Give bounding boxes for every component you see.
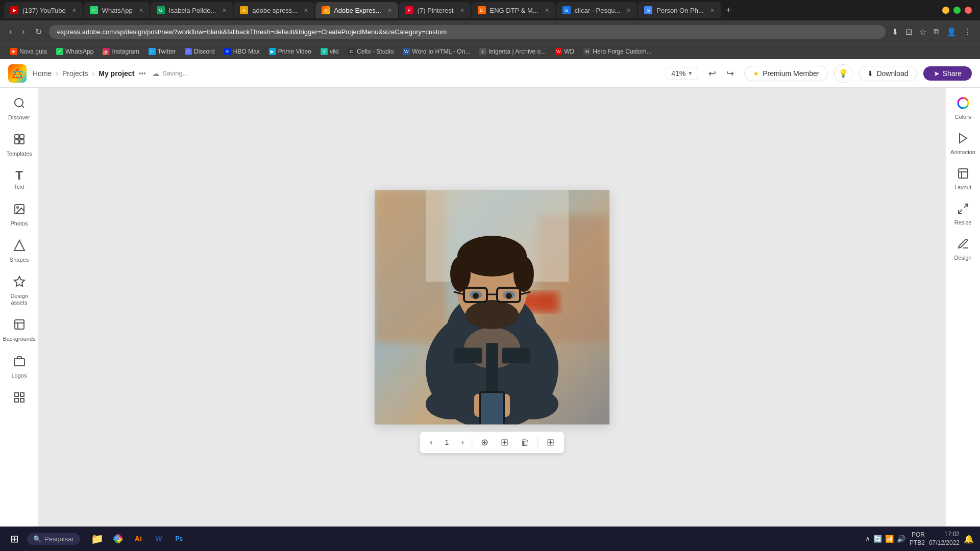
sidebar-item-discover[interactable]: Discover [2,92,37,126]
svg-point-10 [17,207,18,208]
tab-close-whatsapp[interactable]: ✕ [139,7,143,14]
tab-close-adobe-sp[interactable]: ✕ [304,7,308,14]
right-sidebar-item-layout[interactable]: Layout [948,162,978,195]
tab-clicar[interactable]: G clicar - Pesqu... ✕ [556,2,638,18]
sidebar-item-more[interactable] [2,386,37,414]
taskbar-app-photoshop[interactable]: Ps [170,530,188,548]
breadcrumb-more-button[interactable]: ••• [138,69,146,78]
tab-close-youtube[interactable]: ✕ [72,7,77,14]
bookmark-nova-guia[interactable]: ⊕ Nova guia [6,47,51,56]
new-tab-button[interactable]: + [722,5,736,16]
sidebar-item-shapes[interactable]: Shapes [2,234,37,268]
add-page-button[interactable]: ⊕ [477,435,493,450]
canvas-area: ‹ 1 › ⊕ ⊞ 🗑 ⊞ [39,88,945,527]
svg-rect-43 [454,348,482,363]
tray-volume-icon[interactable]: 🔊 [897,535,905,543]
bookmark-hero-forge[interactable]: H Hero Forge Custom... [579,47,655,56]
taskbar-app-illustrator[interactable]: Ai [129,530,148,548]
svg-rect-15 [15,393,18,396]
premium-member-button[interactable]: ★ Premium Member [744,66,828,81]
bookmark-word-html[interactable]: W Word to HTML - On... [399,47,474,56]
tray-wifi-icon[interactable]: 📶 [885,535,894,543]
close-button[interactable] [965,7,972,14]
tab-close-isabela[interactable]: ✕ [222,7,227,14]
sidebar-item-templates[interactable]: Templates [2,128,37,162]
bookmark-twitter[interactable]: 🐦 Twitter [144,47,180,56]
bookmark-wd[interactable]: W WD [551,47,578,56]
previous-page-button[interactable]: ‹ [426,436,436,449]
forward-button[interactable]: › [19,25,28,38]
sidebar-item-logos[interactable]: Logos [2,350,37,384]
download-page-button[interactable]: ⬇ [890,25,900,39]
zoom-control[interactable]: 41% ▼ [666,67,698,80]
cast-button[interactable]: ⊡ [903,25,914,39]
grid-view-button[interactable]: ⊞ [543,435,558,450]
svg-rect-18 [15,398,18,402]
tab-close-pinterest[interactable]: ✕ [460,7,464,14]
tab-close-eng[interactable]: ✕ [545,7,549,14]
app-area: Home › Projects › My project ••• ☁ Savin… [0,59,980,527]
right-sidebar-item-resize[interactable]: Resize [948,197,978,231]
tray-up-arrow-icon[interactable]: ∧ [865,535,870,543]
undo-button[interactable]: ↩ [704,66,720,81]
duplicate-page-button[interactable]: ⊞ [497,435,512,450]
bookmark-label-prime: Prime Video [278,48,311,55]
refresh-button[interactable]: ↻ [32,25,45,39]
back-button[interactable]: ‹ [6,25,15,38]
breadcrumb-projects[interactable]: Projects [62,69,88,78]
tab-close-clicar[interactable]: ✕ [626,7,631,14]
page-controls-divider-1 [472,437,473,447]
zoom-dropdown-icon: ▼ [688,70,693,76]
address-bar[interactable] [49,25,886,39]
redo-button[interactable]: ↪ [722,66,738,81]
bookmark-instagram[interactable]: ◉ Instagram [99,47,143,56]
sidebar-item-text[interactable]: T Text [2,164,37,195]
search-bar[interactable]: 🔍 Pesquisar [27,533,80,545]
notification-icon[interactable]: 🔔 [964,534,974,544]
tab-close-person[interactable]: ✕ [710,7,715,14]
tab-person[interactable]: G Person On Ph... ✕ [638,2,721,18]
download-button[interactable]: ⬇ Download [859,66,917,81]
share-label: Share [943,69,962,78]
lightbulb-button[interactable]: 💡 [834,64,852,83]
sidebar-item-design-assets[interactable]: Design assets [2,270,37,311]
breadcrumb-home[interactable]: Home [33,69,52,78]
app-header: Home › Projects › My project ••• ☁ Savin… [0,59,980,88]
right-sidebar-item-colors[interactable]: Colors [948,92,978,125]
tab-isabela[interactable]: G Isabela Polido... ✕ [151,2,233,18]
tab-adobe-sp[interactable]: A adobe spress... ✕ [234,2,314,18]
tab-eng[interactable]: E ENG DTP & M... ✕ [472,2,555,18]
bookmark-celtx[interactable]: C Celtx - Studio [344,47,398,56]
tab-pinterest[interactable]: P (7) Pinterest ✕ [399,2,471,18]
delete-page-button[interactable]: 🗑 [517,435,534,450]
sidebar-item-photos[interactable]: Photos [2,198,37,232]
bookmark-whatsapp[interactable]: ✓ WhatsApp [52,47,97,56]
bookmark-letgenta[interactable]: L letgenta | Archive o... [475,47,550,56]
tab-adobe-exp[interactable]: A Adobe Expres... ✕ [315,2,398,18]
bookmark-discord[interactable]: ⬡ Discord [181,47,219,56]
extensions-button[interactable]: ⧉ [932,25,941,38]
bookmark-button[interactable]: ☆ [917,25,928,39]
tab-close-adobe-exp[interactable]: ✕ [387,7,392,14]
taskbar-app-file-explorer[interactable]: 📁 [88,530,107,548]
bookmark-hbo[interactable]: m HBO Max [220,47,264,56]
share-button[interactable]: ➤ Share [923,66,972,81]
canvas-photo [375,190,609,424]
start-button[interactable]: ⊞ [6,531,23,547]
taskbar-app-word[interactable]: W [150,530,168,548]
maximize-button[interactable] [953,7,961,14]
taskbar-app-chrome[interactable] [109,530,127,548]
next-page-button[interactable]: › [457,436,468,449]
keyboard-label: PTB2 [910,539,925,546]
bookmark-viki[interactable]: V viki [316,47,342,56]
canvas[interactable] [375,190,609,424]
tab-youtube[interactable]: ▶ (137) YouTube ✕ [4,2,83,18]
right-sidebar-item-animation[interactable]: Animation [948,127,978,160]
menu-button[interactable]: ⋮ [962,25,974,39]
bookmark-prime[interactable]: ▶ Prime Video [265,47,315,56]
right-sidebar-item-design[interactable]: Design [948,233,978,266]
tab-whatsapp[interactable]: ✓ WhatsApp ✕ [84,2,150,18]
sidebar-item-backgrounds[interactable]: Backgrounds [2,313,37,347]
profile-button[interactable]: 👤 [944,25,959,39]
minimize-button[interactable] [942,7,949,14]
